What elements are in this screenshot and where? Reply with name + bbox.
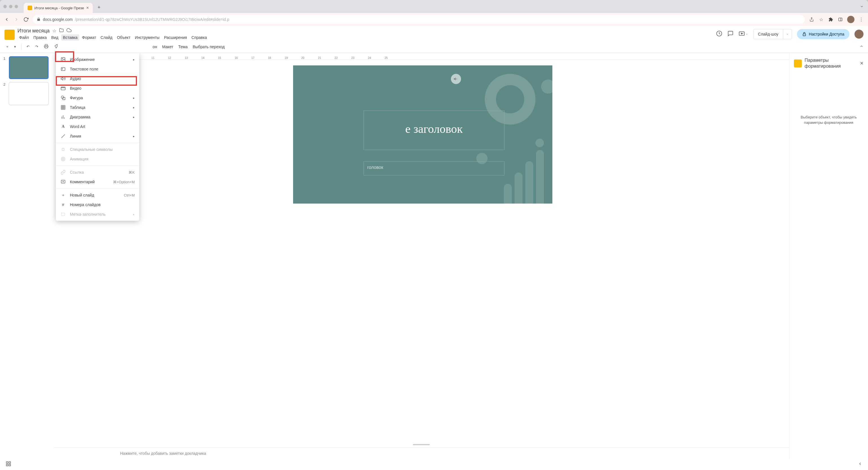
menu-edit[interactable]: Правка	[32, 34, 48, 40]
browser-address-bar: docs.google.com/presentation/d/1-qp78zwC…	[0, 13, 868, 26]
comments-icon[interactable]	[727, 30, 734, 38]
redo-tool[interactable]: ↷	[34, 43, 40, 51]
slideshow-dropdown-icon[interactable]	[783, 32, 792, 37]
dd-textbox[interactable]: Текстовое поле	[56, 64, 139, 74]
theme-button[interactable]: Тема	[178, 45, 188, 49]
slide-thumb-2[interactable]	[9, 82, 49, 105]
dd-comment[interactable]: Комментарий ⌘+Option+M	[56, 177, 139, 187]
sidepanel-icon[interactable]	[838, 17, 843, 22]
dd-animation[interactable]: Анимация	[56, 154, 139, 164]
placeholder-icon	[60, 211, 66, 217]
reload-button[interactable]	[23, 17, 29, 22]
slideshow-label[interactable]: Слайд-шоу	[753, 29, 783, 39]
dd-table[interactable]: Таблица ▸	[56, 102, 139, 112]
slideshow-button[interactable]: Слайд-шоу	[753, 29, 792, 39]
dd-image[interactable]: Изображение ▸	[56, 55, 139, 64]
new-tab-button[interactable]: +	[95, 3, 103, 11]
svg-rect-37	[6, 462, 8, 464]
slides-logo[interactable]	[4, 30, 14, 40]
url-input[interactable]: docs.google.com/presentation/d/1-qp78zwC…	[33, 15, 805, 24]
slide[interactable]: е заголовок головок	[293, 65, 552, 204]
horizontal-ruler: 5678910111213141516171819202122232425	[54, 53, 789, 60]
cloud-status-icon[interactable]	[66, 28, 71, 34]
extensions-icon[interactable]	[828, 17, 834, 22]
dd-special-chars[interactable]: Ω Специальные символы	[56, 145, 139, 154]
dd-link[interactable]: Ссылка ⌘K	[56, 168, 139, 177]
notes-resize-handle[interactable]	[413, 444, 430, 445]
decorative-circle	[535, 139, 544, 147]
tab-close-icon[interactable]: ×	[86, 5, 89, 10]
audio-icon	[60, 76, 66, 82]
explore-icon[interactable]	[6, 461, 11, 468]
maximize-window[interactable]	[14, 5, 18, 8]
dd-line[interactable]: Линия ▸	[56, 131, 139, 141]
document-title[interactable]: Итоги месяца	[18, 28, 50, 34]
dd-placeholder[interactable]: Метка-заполнитель ▸	[56, 209, 139, 219]
close-icon[interactable]: ✕	[860, 61, 864, 66]
profile-avatar[interactable]	[847, 16, 855, 23]
menu-insert[interactable]: Вставка	[61, 34, 79, 40]
share-icon[interactable]	[809, 17, 814, 22]
layout-button[interactable]: Макет	[162, 45, 173, 49]
share-button[interactable]: Настройки Доступа	[797, 29, 849, 39]
menu-help[interactable]: Справка	[190, 34, 209, 40]
tab-title: Итоги месяца - Google Презе	[34, 6, 84, 10]
dd-slide-numbers[interactable]: # Номера слайдов	[56, 200, 139, 209]
dd-image-label: Изображение	[70, 57, 95, 62]
back-button[interactable]	[4, 17, 9, 22]
dd-slide-numbers-label: Номера слайдов	[70, 202, 101, 207]
svg-rect-6	[803, 34, 805, 36]
bookmark-star-icon[interactable]: ☆	[818, 17, 824, 22]
dd-video[interactable]: Видео	[56, 84, 139, 93]
browser-tab[interactable]: Итоги месяца - Google Презе ×	[24, 3, 93, 13]
account-avatar[interactable]	[855, 30, 864, 39]
move-icon[interactable]	[59, 28, 64, 34]
present-icon[interactable]	[739, 31, 748, 37]
dd-audio[interactable]: Аудио	[56, 74, 139, 84]
new-slide-dropdown[interactable]: ▾	[12, 43, 18, 51]
title-placeholder[interactable]: е заголовок	[364, 111, 504, 150]
dd-placeholder-label: Метка-заполнитель	[70, 212, 105, 216]
forward-button[interactable]	[13, 17, 19, 22]
audio-badge-icon[interactable]	[451, 74, 461, 84]
app-header: Итоги месяца ☆ Файл Правка Вид Вставка Ф…	[0, 26, 868, 40]
decorative-circle	[541, 80, 552, 94]
tabs-dropdown-icon[interactable]	[859, 4, 865, 9]
menu-bar: Файл Правка Вид Вставка Формат Слайд Объ…	[18, 34, 209, 40]
undo-tool[interactable]: ↶	[25, 43, 31, 51]
speaker-notes[interactable]: Нажмите, чтобы добавить заметки докладчи…	[54, 447, 789, 459]
table-icon	[60, 105, 66, 110]
new-slide-tool[interactable]: +	[4, 43, 10, 51]
dd-chart[interactable]: Диаграмма ▸	[56, 112, 139, 122]
menu-format[interactable]: Формат	[80, 34, 98, 40]
menu-tools[interactable]: Инструменты	[133, 34, 161, 40]
menu-object[interactable]: Объект	[115, 34, 132, 40]
minimize-window[interactable]	[9, 5, 12, 8]
history-icon[interactable]	[716, 30, 722, 38]
menu-extensions[interactable]: Расширения	[162, 34, 189, 40]
dd-comment-label: Комментарий	[70, 180, 95, 184]
svg-point-31	[61, 157, 65, 161]
dd-shape[interactable]: Фигура ▸	[56, 93, 139, 102]
paint-format-tool[interactable]	[53, 42, 60, 51]
transition-button[interactable]: Выбрать переход	[193, 45, 225, 49]
menu-file[interactable]: Файл	[18, 34, 30, 40]
subtitle-placeholder[interactable]: головок	[364, 161, 504, 175]
menu-view[interactable]: Вид	[50, 34, 60, 40]
sidebar-collapse-icon[interactable]	[858, 462, 862, 467]
toolbar: + ▾ ↶ ↷ он Макет Тема Выбрать переход	[0, 40, 868, 53]
browser-menu-icon[interactable]: ⋮	[859, 17, 864, 22]
slide-canvas[interactable]: е заголовок головок	[54, 60, 789, 444]
print-tool[interactable]	[42, 42, 50, 51]
toolbar-collapse-icon[interactable]	[860, 44, 864, 49]
dd-new-slide[interactable]: + Новый слайд Ctrl+M	[56, 190, 139, 200]
menu-slide[interactable]: Слайд	[99, 34, 114, 40]
textbox-icon	[60, 66, 66, 72]
star-icon[interactable]: ☆	[53, 28, 56, 34]
submenu-arrow-icon: ▸	[133, 106, 135, 109]
close-window[interactable]	[3, 5, 7, 8]
svg-rect-39	[6, 464, 8, 466]
slide-thumb-1[interactable]	[9, 56, 49, 79]
toolbar-bg-fragment[interactable]: он	[153, 45, 157, 49]
dd-wordart[interactable]: A Word Art	[56, 122, 139, 131]
